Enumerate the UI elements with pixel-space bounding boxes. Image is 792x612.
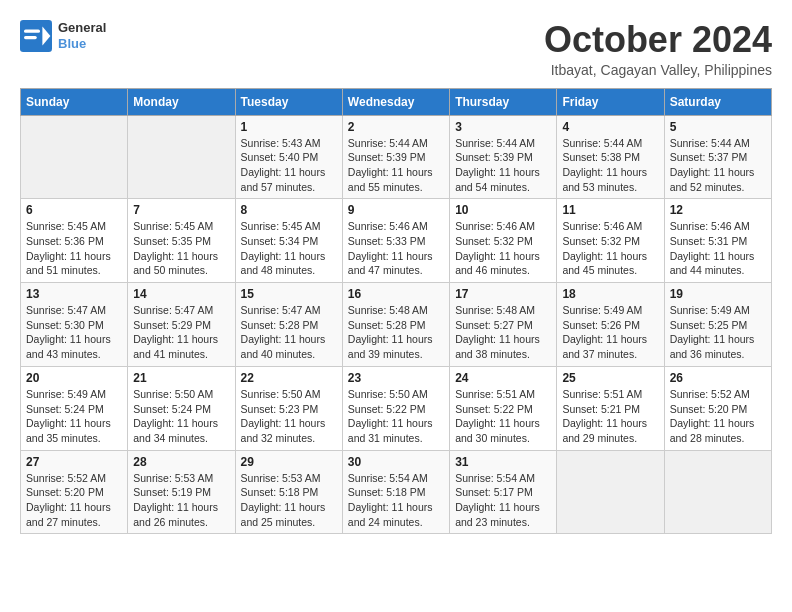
day-number: 29 [241,455,337,469]
weekday-header-thursday: Thursday [450,88,557,115]
day-number: 30 [348,455,444,469]
day-number: 15 [241,287,337,301]
day-number: 23 [348,371,444,385]
day-info: Sunrise: 5:49 AM Sunset: 5:26 PM Dayligh… [562,303,658,362]
calendar-header: SundayMondayTuesdayWednesdayThursdayFrid… [21,88,772,115]
week-row-2: 6Sunrise: 5:45 AM Sunset: 5:36 PM Daylig… [21,199,772,283]
logo-line2: Blue [58,36,106,52]
svg-rect-2 [24,30,40,33]
day-number: 19 [670,287,766,301]
week-row-1: 1Sunrise: 5:43 AM Sunset: 5:40 PM Daylig… [21,115,772,199]
day-info: Sunrise: 5:44 AM Sunset: 5:39 PM Dayligh… [455,136,551,195]
calendar-cell: 2Sunrise: 5:44 AM Sunset: 5:39 PM Daylig… [342,115,449,199]
logo-icon [20,20,52,52]
logo-text: General Blue [58,20,106,51]
weekday-header-tuesday: Tuesday [235,88,342,115]
calendar-cell [664,450,771,534]
calendar-cell: 21Sunrise: 5:50 AM Sunset: 5:24 PM Dayli… [128,366,235,450]
calendar-table: SundayMondayTuesdayWednesdayThursdayFrid… [20,88,772,535]
day-info: Sunrise: 5:46 AM Sunset: 5:31 PM Dayligh… [670,219,766,278]
day-info: Sunrise: 5:52 AM Sunset: 5:20 PM Dayligh… [670,387,766,446]
calendar-cell: 18Sunrise: 5:49 AM Sunset: 5:26 PM Dayli… [557,283,664,367]
day-number: 5 [670,120,766,134]
day-info: Sunrise: 5:52 AM Sunset: 5:20 PM Dayligh… [26,471,122,530]
day-info: Sunrise: 5:54 AM Sunset: 5:18 PM Dayligh… [348,471,444,530]
calendar-cell: 9Sunrise: 5:46 AM Sunset: 5:33 PM Daylig… [342,199,449,283]
weekday-header-friday: Friday [557,88,664,115]
day-info: Sunrise: 5:50 AM Sunset: 5:23 PM Dayligh… [241,387,337,446]
week-row-3: 13Sunrise: 5:47 AM Sunset: 5:30 PM Dayli… [21,283,772,367]
day-number: 31 [455,455,551,469]
calendar-cell: 20Sunrise: 5:49 AM Sunset: 5:24 PM Dayli… [21,366,128,450]
day-number: 13 [26,287,122,301]
day-info: Sunrise: 5:43 AM Sunset: 5:40 PM Dayligh… [241,136,337,195]
day-number: 9 [348,203,444,217]
day-info: Sunrise: 5:47 AM Sunset: 5:28 PM Dayligh… [241,303,337,362]
calendar-cell: 19Sunrise: 5:49 AM Sunset: 5:25 PM Dayli… [664,283,771,367]
calendar-cell: 25Sunrise: 5:51 AM Sunset: 5:21 PM Dayli… [557,366,664,450]
week-row-4: 20Sunrise: 5:49 AM Sunset: 5:24 PM Dayli… [21,366,772,450]
day-number: 21 [133,371,229,385]
day-info: Sunrise: 5:44 AM Sunset: 5:39 PM Dayligh… [348,136,444,195]
day-number: 14 [133,287,229,301]
day-info: Sunrise: 5:53 AM Sunset: 5:18 PM Dayligh… [241,471,337,530]
calendar-cell: 24Sunrise: 5:51 AM Sunset: 5:22 PM Dayli… [450,366,557,450]
logo-line1: General [58,20,106,36]
day-info: Sunrise: 5:45 AM Sunset: 5:36 PM Dayligh… [26,219,122,278]
calendar-cell: 28Sunrise: 5:53 AM Sunset: 5:19 PM Dayli… [128,450,235,534]
calendar-cell: 11Sunrise: 5:46 AM Sunset: 5:32 PM Dayli… [557,199,664,283]
day-info: Sunrise: 5:50 AM Sunset: 5:24 PM Dayligh… [133,387,229,446]
calendar-cell: 29Sunrise: 5:53 AM Sunset: 5:18 PM Dayli… [235,450,342,534]
day-number: 20 [26,371,122,385]
day-number: 24 [455,371,551,385]
calendar-cell: 6Sunrise: 5:45 AM Sunset: 5:36 PM Daylig… [21,199,128,283]
calendar-cell: 3Sunrise: 5:44 AM Sunset: 5:39 PM Daylig… [450,115,557,199]
day-number: 1 [241,120,337,134]
calendar-cell: 14Sunrise: 5:47 AM Sunset: 5:29 PM Dayli… [128,283,235,367]
calendar-cell: 22Sunrise: 5:50 AM Sunset: 5:23 PM Dayli… [235,366,342,450]
day-info: Sunrise: 5:46 AM Sunset: 5:33 PM Dayligh… [348,219,444,278]
weekday-header-wednesday: Wednesday [342,88,449,115]
day-number: 4 [562,120,658,134]
day-number: 17 [455,287,551,301]
day-info: Sunrise: 5:46 AM Sunset: 5:32 PM Dayligh… [455,219,551,278]
day-info: Sunrise: 5:48 AM Sunset: 5:27 PM Dayligh… [455,303,551,362]
day-info: Sunrise: 5:47 AM Sunset: 5:30 PM Dayligh… [26,303,122,362]
calendar-cell: 1Sunrise: 5:43 AM Sunset: 5:40 PM Daylig… [235,115,342,199]
day-info: Sunrise: 5:54 AM Sunset: 5:17 PM Dayligh… [455,471,551,530]
day-number: 16 [348,287,444,301]
calendar-cell: 13Sunrise: 5:47 AM Sunset: 5:30 PM Dayli… [21,283,128,367]
day-info: Sunrise: 5:45 AM Sunset: 5:34 PM Dayligh… [241,219,337,278]
calendar-cell: 27Sunrise: 5:52 AM Sunset: 5:20 PM Dayli… [21,450,128,534]
day-number: 18 [562,287,658,301]
logo: General Blue [20,20,106,52]
day-number: 26 [670,371,766,385]
day-info: Sunrise: 5:48 AM Sunset: 5:28 PM Dayligh… [348,303,444,362]
day-number: 25 [562,371,658,385]
day-info: Sunrise: 5:46 AM Sunset: 5:32 PM Dayligh… [562,219,658,278]
day-info: Sunrise: 5:47 AM Sunset: 5:29 PM Dayligh… [133,303,229,362]
calendar-cell: 8Sunrise: 5:45 AM Sunset: 5:34 PM Daylig… [235,199,342,283]
day-info: Sunrise: 5:50 AM Sunset: 5:22 PM Dayligh… [348,387,444,446]
day-number: 6 [26,203,122,217]
calendar-cell: 23Sunrise: 5:50 AM Sunset: 5:22 PM Dayli… [342,366,449,450]
month-title: October 2024 [544,20,772,60]
day-number: 12 [670,203,766,217]
weekday-header-monday: Monday [128,88,235,115]
day-number: 7 [133,203,229,217]
day-info: Sunrise: 5:44 AM Sunset: 5:37 PM Dayligh… [670,136,766,195]
day-number: 10 [455,203,551,217]
title-block: October 2024 Itbayat, Cagayan Valley, Ph… [544,20,772,78]
day-info: Sunrise: 5:51 AM Sunset: 5:22 PM Dayligh… [455,387,551,446]
location-subtitle: Itbayat, Cagayan Valley, Philippines [544,62,772,78]
calendar-cell: 17Sunrise: 5:48 AM Sunset: 5:27 PM Dayli… [450,283,557,367]
day-info: Sunrise: 5:45 AM Sunset: 5:35 PM Dayligh… [133,219,229,278]
week-row-5: 27Sunrise: 5:52 AM Sunset: 5:20 PM Dayli… [21,450,772,534]
calendar-cell: 30Sunrise: 5:54 AM Sunset: 5:18 PM Dayli… [342,450,449,534]
calendar-cell: 16Sunrise: 5:48 AM Sunset: 5:28 PM Dayli… [342,283,449,367]
day-number: 2 [348,120,444,134]
calendar-body: 1Sunrise: 5:43 AM Sunset: 5:40 PM Daylig… [21,115,772,534]
calendar-cell: 7Sunrise: 5:45 AM Sunset: 5:35 PM Daylig… [128,199,235,283]
day-info: Sunrise: 5:51 AM Sunset: 5:21 PM Dayligh… [562,387,658,446]
calendar-cell: 5Sunrise: 5:44 AM Sunset: 5:37 PM Daylig… [664,115,771,199]
